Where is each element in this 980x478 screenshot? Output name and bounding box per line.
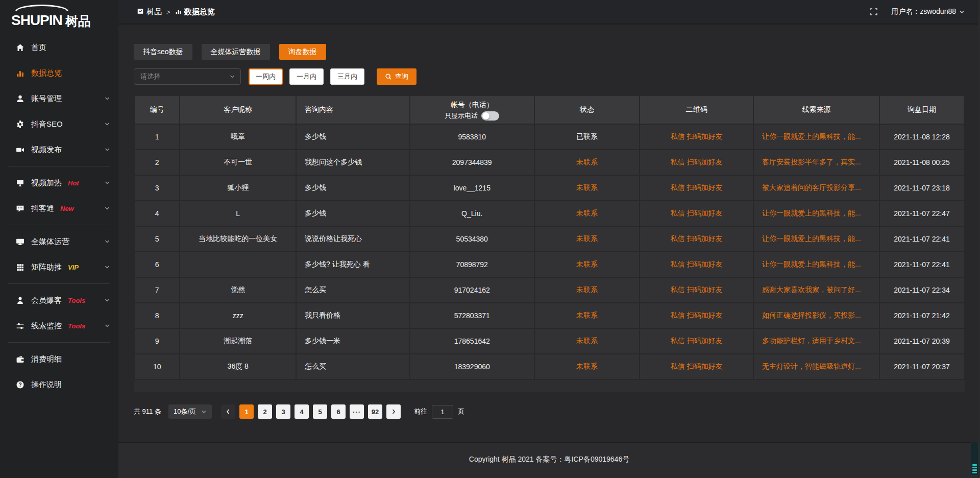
cell-source[interactable]: 多功能护栏灯，适用于乡村文... xyxy=(753,328,879,354)
cell-date: 2021-11-07 23:18 xyxy=(879,175,964,201)
page-button-1[interactable]: 1 xyxy=(239,404,254,419)
page-button-2[interactable]: 2 xyxy=(258,404,272,419)
corner-widget[interactable] xyxy=(971,442,978,475)
cell-status: 未联系 xyxy=(534,201,640,226)
cell-date: 2021-11-07 20:39 xyxy=(879,328,964,354)
table-row: 6多少钱? 让我死心 看70898792未联系私信 扫码加好友让你一眼就爱上的黑… xyxy=(134,252,964,277)
member-icon xyxy=(15,296,24,305)
page-button-92[interactable]: 92 xyxy=(368,404,382,419)
page-button-4[interactable]: 4 xyxy=(295,404,309,419)
username-label: 用户名：zswodun88 xyxy=(891,7,956,16)
chevron-down-icon xyxy=(229,74,235,80)
scrollbar-track[interactable] xyxy=(978,0,980,478)
page-prev-button[interactable] xyxy=(221,404,235,419)
cell-nickname: 潮起潮落 xyxy=(180,328,296,354)
page-button-6[interactable]: 6 xyxy=(331,404,346,419)
cell-id: 9 xyxy=(134,328,180,354)
sidebar-divider xyxy=(8,283,110,284)
tab-inquiry-data[interactable]: 询盘数据 xyxy=(279,44,326,60)
sidebar-item-clue-monitor[interactable]: 线索监控Tools xyxy=(0,313,118,339)
page-size-value: 10条/页 xyxy=(174,407,196,416)
total-count: 共 911 条 xyxy=(134,407,161,416)
sidebar-item-douyin-seo[interactable]: 抖音SEO xyxy=(0,111,118,137)
sidebar-badge: New xyxy=(60,205,74,212)
sidebar-badge: Tools xyxy=(68,297,85,304)
cell-source[interactable]: 如何正确选择投影仪，买投影... xyxy=(753,303,879,328)
cell-status: 未联系 xyxy=(534,328,640,354)
cell-nickname: 不可一世 xyxy=(180,150,296,175)
cell-source[interactable]: 让你一眼就爱上的黑科技，能... xyxy=(753,124,879,150)
cell-qrcode[interactable]: 私信 扫码加好友 xyxy=(640,277,753,303)
cell-qrcode[interactable]: 私信 扫码加好友 xyxy=(640,201,753,226)
user-menu[interactable]: 用户名：zswodun88 xyxy=(891,7,965,16)
chevron-down-icon xyxy=(104,238,110,245)
range-button-quarter[interactable]: 三月内 xyxy=(330,68,364,85)
cell-status: 未联系 xyxy=(534,226,640,252)
cell-nickname: 觉然 xyxy=(180,277,296,303)
tab-douyin-seo-data[interactable]: 抖音seo数据 xyxy=(134,44,192,60)
sidebar-item-home[interactable]: 首页 xyxy=(0,35,118,60)
range-button-month[interactable]: 一月内 xyxy=(289,68,324,85)
column-header-account-label: 帐号（电话） xyxy=(410,100,534,110)
sidebar-item-member-blast[interactable]: 会员爆客Tools xyxy=(0,288,118,313)
sidebar-item-consume-detail[interactable]: 消费明细 xyxy=(0,346,118,372)
logo-arc xyxy=(15,5,68,11)
sidebar-item-data-overview[interactable]: 数据总览 xyxy=(0,60,118,86)
cell-qrcode[interactable]: 私信 扫码加好友 xyxy=(640,328,753,354)
cell-date: 2021-11-07 22:41 xyxy=(879,252,964,277)
cell-source[interactable]: 让你一眼就爱上的黑科技，能... xyxy=(753,226,879,252)
sidebar-badge: VIP xyxy=(68,264,79,271)
sidebar-nav: 首页数据总览账号管理抖音SEO视频发布视频加热Hot抖客通New全媒体运营矩阵助… xyxy=(0,35,118,397)
page-size-select[interactable]: 10条/页 xyxy=(168,404,212,419)
chevron-down-icon xyxy=(104,180,110,186)
goto-page: 前往 页 xyxy=(414,405,464,419)
cell-status: 已联系 xyxy=(534,124,640,150)
home-icon xyxy=(15,43,24,52)
cell-qrcode[interactable]: 私信 扫码加好友 xyxy=(640,252,753,277)
sidebar-item-douketong[interactable]: 抖客通New xyxy=(0,196,118,221)
cell-qrcode[interactable]: 私信 扫码加好友 xyxy=(640,124,753,150)
cell-source[interactable]: 让你一眼就爱上的黑科技，能... xyxy=(753,201,879,226)
phone-only-toggle[interactable] xyxy=(481,111,499,121)
cell-source[interactable]: 感谢大家喜欢我家，被问了好... xyxy=(753,277,879,303)
cell-qrcode[interactable]: 私信 扫码加好友 xyxy=(640,354,753,379)
cell-content: 我想问这个多少钱 xyxy=(296,150,410,175)
sidebar-item-label: 抖客通 xyxy=(31,204,54,213)
brand-logo[interactable]: SHUPIN 树品 xyxy=(0,2,118,31)
cell-account: 9583810 xyxy=(410,124,534,150)
cell-source[interactable]: 让你一眼就爱上的黑科技，能... xyxy=(753,252,879,277)
range-button-week[interactable]: 一周内 xyxy=(249,68,283,85)
account-select[interactable]: 请选择 xyxy=(134,68,241,85)
sidebar-item-label: 矩阵助推 xyxy=(31,262,62,272)
sidebar-item-operation-guide[interactable]: ?操作说明 xyxy=(0,372,118,397)
page-button-5[interactable]: 5 xyxy=(313,404,327,419)
cell-qrcode[interactable]: 私信 扫码加好友 xyxy=(640,150,753,175)
cell-content: 多少钱? 让我死心 看 xyxy=(296,252,410,277)
fullscreen-icon[interactable] xyxy=(870,8,878,16)
sidebar-item-matrix-boost[interactable]: 矩阵助推VIP xyxy=(0,254,118,280)
sidebar-item-account-manage[interactable]: 账号管理 xyxy=(0,86,118,111)
breadcrumb-root[interactable]: 树品 xyxy=(137,7,162,17)
goto-page-input[interactable] xyxy=(432,405,453,419)
cell-qrcode[interactable]: 私信 扫码加好友 xyxy=(640,303,753,328)
cell-nickname: L xyxy=(180,201,296,226)
page-next-button[interactable] xyxy=(386,404,401,419)
breadcrumb-current[interactable]: 数据总览 xyxy=(175,7,215,17)
sidebar-item-video-publish[interactable]: 视频发布 xyxy=(0,137,118,162)
search-button[interactable]: 查询 xyxy=(377,68,416,85)
cell-source[interactable]: 被大家追着问的客厅投影分享... xyxy=(753,175,879,201)
help-icon: ? xyxy=(15,380,24,389)
cell-qrcode[interactable]: 私信 扫码加好友 xyxy=(640,226,753,252)
page-button-3[interactable]: 3 xyxy=(276,404,290,419)
sidebar-item-video-heat[interactable]: 视频加热Hot xyxy=(0,170,118,196)
page-ellipsis[interactable]: ··· xyxy=(350,404,364,419)
sidebar-item-omnimedia-operation[interactable]: 全媒体运营 xyxy=(0,229,118,254)
cell-source[interactable]: 无主灯设计，智能磁吸轨道灯... xyxy=(753,354,879,379)
table-row: 1036度 8怎么买183929060未联系私信 扫码加好友无主灯设计，智能磁吸… xyxy=(134,354,964,379)
content-area: 抖音seo数据全媒体运营数据询盘数据 请选择 一周内一月内三月内 查询 xyxy=(118,25,980,442)
table-body: 1哦章多少钱9583810已联系私信 扫码加好友让你一眼就爱上的黑科技，能...… xyxy=(134,124,964,379)
tab-omnimedia-data[interactable]: 全媒体运营数据 xyxy=(202,44,270,60)
cell-source[interactable]: 客厅安装投影半年多了，真实... xyxy=(753,150,879,175)
cell-qrcode[interactable]: 私信 扫码加好友 xyxy=(640,175,753,201)
breadcrumb-current-label: 数据总览 xyxy=(184,7,215,17)
